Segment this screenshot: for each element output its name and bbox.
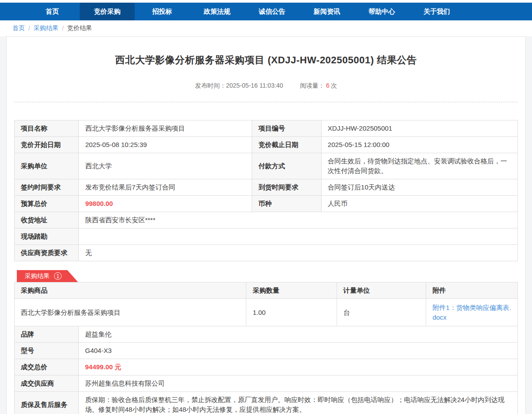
table-row: 成交总价 94499.00 元 bbox=[15, 359, 518, 375]
budget-total-label: 预算总价 bbox=[15, 196, 79, 212]
project-number-label: 项目编号 bbox=[252, 120, 321, 137]
purchase-result-ribbon: 采购结果 1 bbox=[17, 270, 78, 282]
product-unit-cell: 台 bbox=[337, 299, 426, 326]
nav-item-about-us[interactable]: 关于我们 bbox=[409, 3, 464, 20]
project-number-value: XDJJ-HW-202505001 bbox=[321, 120, 517, 137]
article-meta: 发布时间：2025-05-16 11:03:40 阅读量：6次 bbox=[14, 82, 518, 90]
breadcrumb-section-link[interactable]: 采购结果 bbox=[34, 24, 58, 32]
table-row: 采购单位 西北大学 付款方式 合同生效后，待货物到达指定地点、安装调试验收合格后… bbox=[15, 153, 518, 179]
nav-item-policies[interactable]: 政策法规 bbox=[190, 3, 245, 20]
brand-value: 超益集伦 bbox=[79, 326, 518, 343]
model-label: 型号 bbox=[15, 343, 79, 359]
award-price-label: 成交总价 bbox=[15, 359, 79, 375]
delivery-time-label: 到货时间要求 bbox=[252, 179, 321, 196]
table-row: 成交供应商 苏州超集信息科技有限公司 bbox=[15, 375, 518, 392]
table-row: 竞价开始日期 2025-05-08 10:25:39 竞价截止日期 2025-0… bbox=[15, 137, 518, 153]
column-header-quantity: 采购数量 bbox=[246, 282, 337, 299]
model-value: G404-X3 bbox=[79, 343, 518, 359]
publish-time-label: 发布时间： bbox=[195, 82, 226, 89]
award-price-value: 94499.00 元 bbox=[79, 359, 518, 375]
delivery-time-value: 合同签订后10天内送达 bbox=[321, 179, 517, 196]
payment-method-value: 合同生效后，待货物到达指定地点、安装调试验收合格后，一次性付清合同货款。 bbox=[321, 153, 517, 179]
product-attachment-cell: 附件1：货物类响应偏离表.docx bbox=[426, 299, 518, 326]
breadcrumb-current-page: 竞价结果 bbox=[67, 24, 92, 32]
product-name-cell: 西北大学影像分析服务器采购项目 bbox=[15, 299, 246, 326]
views-unit: 次 bbox=[331, 82, 337, 89]
result-count-badge: 1 bbox=[54, 272, 62, 280]
delivery-address-label: 收货地址 bbox=[15, 212, 79, 228]
table-row: 项目名称 西北大学影像分析服务器采购项目 项目编号 XDJJ-HW-202505… bbox=[15, 120, 518, 137]
bid-start-value: 2025-05-08 10:25:39 bbox=[79, 137, 252, 153]
nav-item-home[interactable]: 首页 bbox=[25, 3, 80, 20]
site-survey-label: 现场踏勘 bbox=[15, 228, 79, 245]
purchaser-label: 采购单位 bbox=[15, 153, 79, 179]
table-row: 质保及售后服务 质保期：验收合格后质保整机三年，禁止拆改配置，原厂直发用户。响应… bbox=[15, 392, 518, 414]
nav-item-tendering[interactable]: 招投标 bbox=[135, 3, 190, 20]
signing-time-value: 发布竞价结果后7天内签订合同 bbox=[79, 179, 252, 196]
warranty-service-value: 质保期：验收合格后质保整机三年，禁止拆改配置，原厂直发用户。响应时效：即时响应（… bbox=[79, 392, 518, 414]
bid-start-label: 竞价开始日期 bbox=[15, 137, 79, 153]
column-header-attachment: 附件 bbox=[426, 282, 518, 299]
breadcrumb: 首页 / 采购结果 / 竞价结果 bbox=[0, 20, 532, 36]
supplier-qualification-value: 无 bbox=[79, 245, 518, 261]
views-count: 6 bbox=[326, 82, 330, 89]
breadcrumb-separator: / bbox=[62, 25, 64, 32]
table-header-row: 采购商品 采购数量 计量单位 附件 bbox=[15, 282, 518, 299]
publish-time-value: 2025-05-16 11:03:40 bbox=[226, 82, 283, 89]
dashed-divider bbox=[14, 102, 518, 102]
warranty-service-label: 质保及售后服务 bbox=[15, 392, 79, 414]
project-info-table: 项目名称 西北大学影像分析服务器采购项目 项目编号 XDJJ-HW-202505… bbox=[14, 120, 518, 261]
attachment-download-link[interactable]: 附件1：货物类响应偏离表.docx bbox=[432, 304, 511, 321]
nav-item-integrity-notices[interactable]: 诚信公告 bbox=[245, 3, 299, 20]
purchase-result-label: 采购结果 bbox=[25, 272, 50, 280]
table-row: 型号 G404-X3 bbox=[15, 343, 518, 359]
signing-time-label: 签约时间要求 bbox=[15, 179, 79, 196]
project-name-value: 西北大学影像分析服务器采购项目 bbox=[79, 120, 252, 137]
column-header-product: 采购商品 bbox=[15, 282, 246, 299]
delivery-address-value: 陕西省西安市长安区**** bbox=[79, 212, 518, 228]
currency-label: 币种 bbox=[252, 196, 321, 212]
table-row: 签约时间要求 发布竞价结果后7天内签订合同 到货时间要求 合同签订后10天内送达 bbox=[15, 179, 518, 196]
column-header-unit: 计量单位 bbox=[337, 282, 426, 299]
award-detail-table: 品牌 超益集伦 型号 G404-X3 成交总价 94499.00 元 成交供应商… bbox=[14, 326, 518, 414]
table-row: 供应商资质要求 无 bbox=[15, 245, 518, 261]
table-row: 收货地址 陕西省西安市长安区**** bbox=[15, 212, 518, 228]
brand-label: 品牌 bbox=[15, 326, 79, 343]
project-name-label: 项目名称 bbox=[15, 120, 79, 137]
nav-item-news[interactable]: 新闻资讯 bbox=[299, 3, 354, 20]
winning-supplier-label: 成交供应商 bbox=[15, 375, 79, 392]
table-row: 预算总价 99800.00 币种 人民币 bbox=[15, 196, 518, 212]
currency-value: 人民币 bbox=[321, 196, 517, 212]
nav-item-bidding-purchase[interactable]: 竞价采购 bbox=[80, 3, 135, 20]
purchaser-value: 西北大学 bbox=[79, 153, 252, 179]
payment-method-label: 付款方式 bbox=[252, 153, 321, 179]
winning-supplier-value: 苏州超集信息科技有限公司 bbox=[79, 375, 518, 392]
bid-deadline-label: 竞价截止日期 bbox=[252, 137, 321, 153]
table-row: 西北大学影像分析服务器采购项目 1.00 台 附件1：货物类响应偏离表.docx bbox=[15, 299, 518, 326]
site-survey-value bbox=[79, 228, 518, 245]
page-title: 西北大学影像分析服务器采购项目 (XDJJ-HW-202505001) 结果公告 bbox=[14, 37, 518, 67]
bid-deadline-value: 2025-05-15 12:00:00 bbox=[321, 137, 517, 153]
table-row: 品牌 超益集伦 bbox=[15, 326, 518, 343]
views-label: 阅读量： bbox=[300, 82, 325, 89]
breadcrumb-home-link[interactable]: 首页 bbox=[12, 24, 25, 32]
product-quantity-cell: 1.00 bbox=[246, 299, 337, 326]
announcement-card: 西北大学影像分析服务器采购项目 (XDJJ-HW-202505001) 结果公告… bbox=[6, 36, 526, 414]
table-row: 现场踏勘 bbox=[15, 228, 518, 245]
supplier-qualification-label: 供应商资质要求 bbox=[15, 245, 79, 261]
purchase-result-table: 采购商品 采购数量 计量单位 附件 西北大学影像分析服务器采购项目 1.00 台… bbox=[14, 282, 518, 326]
main-navigation: 首页 竞价采购 招投标 政策法规 诚信公告 新闻资讯 帮助中心 关于我们 bbox=[0, 3, 532, 20]
nav-item-help-center[interactable]: 帮助中心 bbox=[354, 3, 409, 20]
budget-total-value: 99800.00 bbox=[79, 196, 252, 212]
breadcrumb-separator: / bbox=[28, 25, 30, 32]
